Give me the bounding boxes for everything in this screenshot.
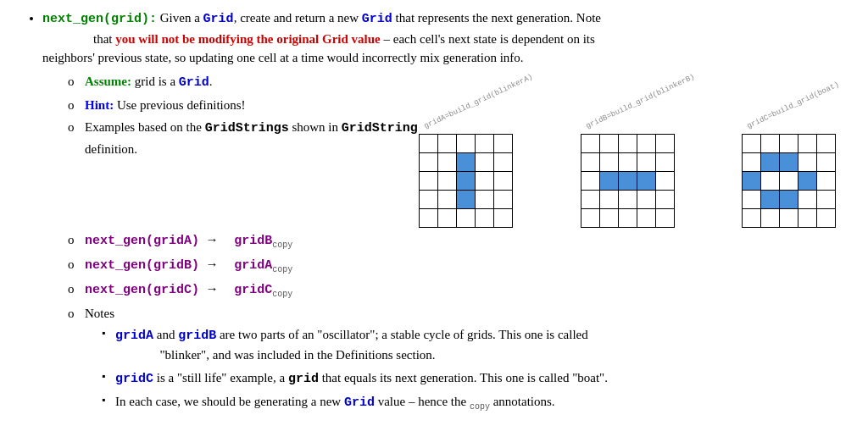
grid-cell xyxy=(420,208,438,227)
grid-c-wrapper: gridC=build_grid(boat) xyxy=(742,120,851,228)
examples-text-block: Examples based on the GridStrings shown … xyxy=(85,117,419,159)
grid-cell xyxy=(637,152,655,171)
grid-cell xyxy=(780,152,798,171)
grid-cell xyxy=(494,208,513,227)
row1-arrow: → xyxy=(206,232,219,246)
grid-cell xyxy=(599,208,618,227)
grid-c-table xyxy=(742,134,836,228)
grid-cell xyxy=(457,208,476,227)
grid-cell xyxy=(817,152,836,171)
note1: gridA and gridB are two parts of an "osc… xyxy=(102,325,851,365)
intro-text2: , create and return a new xyxy=(234,11,362,25)
grid-cell xyxy=(655,190,674,208)
grid-cell xyxy=(761,134,780,152)
grid-cell xyxy=(798,134,817,152)
grid-cell xyxy=(761,171,780,190)
examples-text1: Examples based on the xyxy=(85,120,205,134)
note3: In each case, we should be generating a … xyxy=(102,392,851,413)
line2-prefix: that xyxy=(93,32,115,46)
grid-cell xyxy=(438,190,457,208)
grid-cell xyxy=(761,190,780,208)
note1-gridA: gridA xyxy=(115,329,153,343)
notes-label: Notes xyxy=(85,307,114,320)
intro-text1: Given a xyxy=(157,11,203,25)
examples-text3: definition. xyxy=(85,142,137,156)
row1-func: next_gen(gridA) xyxy=(85,234,199,248)
grid-cell xyxy=(655,208,674,227)
inner-list: Assume: grid is a Grid. Hint: Use previo… xyxy=(42,71,851,414)
examples-item: Examples based on the GridStrings shown … xyxy=(68,117,851,228)
grid-cell xyxy=(599,134,618,152)
grid-cell xyxy=(761,152,780,171)
grid-cell xyxy=(817,171,836,190)
note3-Grid: Grid xyxy=(344,395,375,410)
grid-cell xyxy=(494,190,513,208)
grid-cell xyxy=(817,134,836,152)
assume-item: Assume: grid is a Grid. xyxy=(68,71,851,93)
grid-cell xyxy=(655,171,674,190)
gridstring-code: GridString xyxy=(342,121,418,136)
note2-text2: that equals its next generation. This on… xyxy=(319,371,608,384)
grid-cell xyxy=(780,190,798,208)
notes-item: Notes gridA and gridB are two parts of a… xyxy=(68,303,851,414)
gridstrings-code: GridStrings xyxy=(205,121,289,136)
note1-text: are two parts of an "oscillator"; a stab… xyxy=(216,328,588,341)
assume-grid: Grid xyxy=(179,75,209,90)
grid-cell xyxy=(743,152,761,171)
line3: neighbors' previous state, so updating o… xyxy=(42,51,524,64)
note3-text2: value – hence the xyxy=(375,395,470,408)
function-intro: next_gen(grid): Given a Grid, create and… xyxy=(42,11,601,64)
grid-cell xyxy=(494,152,513,171)
hint-label: Hint: xyxy=(85,98,114,112)
line2-suffix: – each cell's next state is dependent on… xyxy=(381,32,595,46)
row2-sub: copy xyxy=(272,265,292,274)
grid-a-table xyxy=(419,134,513,228)
row3-item: next_gen(gridC) → gridCcopy xyxy=(68,279,851,301)
grid-cell xyxy=(599,190,618,208)
grid-word1: Grid xyxy=(203,12,234,26)
grid-cell xyxy=(476,152,494,171)
grid-cell xyxy=(743,190,761,208)
grid-cell xyxy=(581,190,599,208)
row1-item: next_gen(gridA) → gridBcopy xyxy=(68,230,851,252)
grid-cell xyxy=(798,190,817,208)
note2: gridC is a "still life" example, a grid … xyxy=(102,368,851,390)
line2-indent xyxy=(42,32,93,46)
row1-result: gridB xyxy=(234,234,272,248)
grid-cell xyxy=(494,134,513,152)
line2: that you will not be modifying the origi… xyxy=(42,32,595,46)
grid-b-wrapper: gridB=build_grid(blinkerB) xyxy=(581,120,708,228)
grid-cell xyxy=(743,171,761,190)
grid-cell xyxy=(743,134,761,152)
grid-cell xyxy=(618,171,637,190)
grid-cell xyxy=(599,171,618,190)
row2-item: next_gen(gridB) → gridAcopy xyxy=(68,254,851,277)
grid-cell xyxy=(618,134,637,152)
grid-cell xyxy=(599,152,618,171)
note3-text3: annotations. xyxy=(490,395,555,408)
assume-text: grid is a xyxy=(131,75,179,88)
note1-and: and xyxy=(153,328,178,341)
grid-cell xyxy=(438,171,457,190)
grid-cell xyxy=(438,134,457,152)
grid-cell xyxy=(618,208,637,227)
note3-copy: copy xyxy=(470,402,490,412)
grid-cell xyxy=(780,134,798,152)
grid-cell xyxy=(581,134,599,152)
grid-cell xyxy=(581,171,599,190)
row2-arrow: → xyxy=(206,257,219,271)
grid-a-wrapper: gridA=build_grid(blinkerA) xyxy=(419,120,546,228)
grid-cell xyxy=(780,171,798,190)
outer-list: next_gen(grid): Given a Grid, create and… xyxy=(17,8,851,413)
examples-text2: shown in xyxy=(289,120,342,134)
grid-cell xyxy=(457,190,476,208)
grid-cell xyxy=(420,190,438,208)
grid-cell xyxy=(637,208,655,227)
next-gen-item: next_gen(grid): Given a Grid, create and… xyxy=(42,8,851,413)
grid-cell xyxy=(798,208,817,227)
assume-period: . xyxy=(209,75,213,88)
grid-cell xyxy=(817,190,836,208)
grid-cell xyxy=(420,171,438,190)
grid-cell xyxy=(457,171,476,190)
row3-arrow: → xyxy=(206,281,219,296)
